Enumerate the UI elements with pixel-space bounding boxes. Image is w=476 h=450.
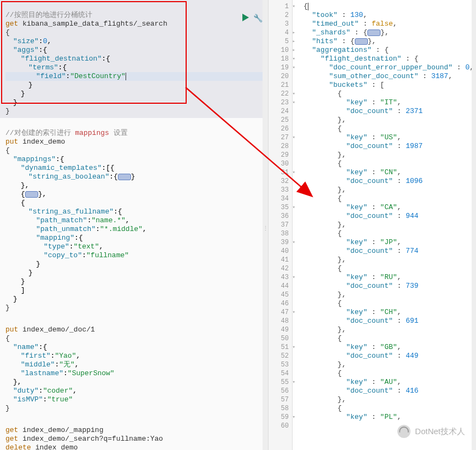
http-method: put [5,138,18,146]
response-viewer[interactable]: 1234510181920212223242526272829303132333… [269,0,476,450]
collapsed-badge-icon[interactable] [25,191,38,198]
comment-text: //按照目的地进行分桶统计 [5,11,92,19]
code-block-3[interactable]: put index_demo/_doc/1 { "name":{ "first"… [0,315,268,415]
http-method: get [5,20,18,28]
code-block-2[interactable]: //对创建的索引进行 mappings 设置 put index_demo { … [0,118,268,315]
resize-handle-icon[interactable]: ⋮ [263,225,268,232]
code-block-4[interactable]: get index_demo/_mapping get index_demo/_… [0,415,268,450]
run-icon[interactable] [242,14,249,21]
wrench-icon[interactable]: 🔧 [253,14,263,23]
request-editor[interactable]: 🔧 ⋮ //按照目的地进行分桶统计 get kibana_sample_data… [0,0,269,450]
url-path: kibana_sample_data_flights/_search [22,20,167,28]
scrollbar[interactable] [472,0,476,450]
response-json[interactable]: { "took" : 130, "timed_out" : false, "_s… [293,0,476,450]
collapsed-badge-icon[interactable] [118,174,131,180]
http-method: put [5,325,18,334]
watermark: DotNet技术人 [397,425,465,438]
line-gutter: 1234510181920212223242526272829303132333… [269,0,293,450]
code-block-1[interactable]: //按照目的地进行分桶统计 get kibana_sample_data_fli… [0,0,268,118]
wechat-icon [397,425,410,438]
